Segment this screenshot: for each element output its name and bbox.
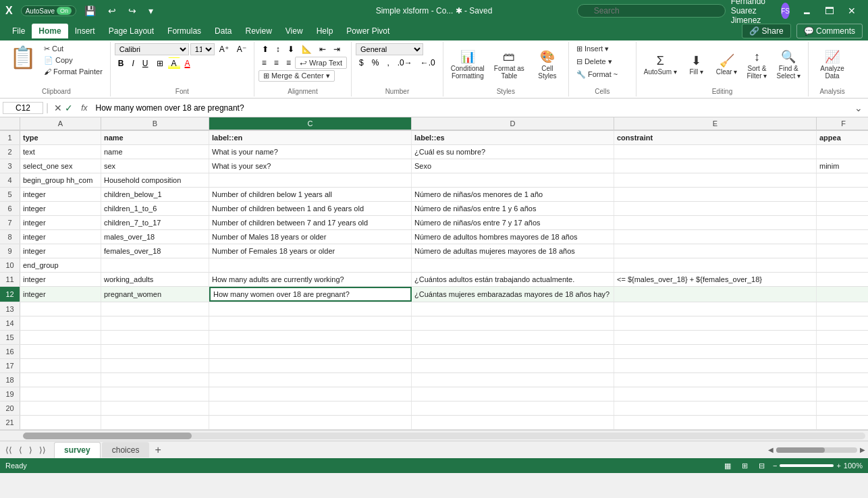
sheet-nav-first-button[interactable]: ⟨⟨	[3, 444, 15, 456]
decrease-font-size-button[interactable]: A⁻	[234, 43, 250, 55]
cell-e15[interactable]	[614, 331, 817, 344]
col-header-e[interactable]: E	[614, 117, 817, 130]
row-num-7[interactable]: 7	[0, 216, 20, 229]
cell-b17[interactable]	[101, 359, 209, 372]
find-select-button[interactable]: 🔍 Find &Select ▾	[773, 48, 804, 82]
formula-cancel-button[interactable]: ✕	[54, 103, 62, 113]
cell-a15[interactable]	[20, 331, 101, 344]
cell-b3[interactable]: sex	[101, 159, 209, 173]
cell-e19[interactable]	[614, 387, 817, 401]
cell-b20[interactable]	[101, 402, 209, 415]
comma-button[interactable]: ,	[383, 57, 392, 69]
cell-a12[interactable]: integer	[20, 287, 101, 302]
insert-cells-button[interactable]: ⊞ Insert ▾	[573, 43, 632, 55]
cell-c13[interactable]	[209, 302, 412, 316]
format-as-table-button[interactable]: 🗃 Format asTable	[491, 48, 528, 82]
align-middle-button[interactable]: ↕	[273, 43, 283, 55]
cell-e17[interactable]	[614, 359, 817, 372]
normal-view-button[interactable]: ▦	[722, 461, 734, 471]
cell-e20[interactable]	[614, 402, 817, 415]
border-button[interactable]: ⊞	[153, 57, 167, 70]
align-top-button[interactable]: ⬆	[259, 43, 272, 55]
cell-c12[interactable]: How many women over 18 are pregnant?	[209, 287, 412, 302]
row-num-21[interactable]: 21	[0, 416, 20, 429]
tab-formulas[interactable]: Formulas	[161, 24, 208, 38]
cell-d16[interactable]	[412, 345, 614, 358]
cell-a10[interactable]: end_group	[20, 258, 101, 272]
clear-button[interactable]: 🧹 Clear ▾	[713, 52, 741, 78]
cell-a19[interactable]	[20, 387, 101, 401]
tab-help[interactable]: Help	[310, 24, 340, 38]
cell-c14[interactable]	[209, 316, 412, 330]
cell-a11[interactable]: integer	[20, 273, 101, 286]
cell-f7[interactable]	[817, 216, 868, 229]
cell-b19[interactable]	[101, 387, 209, 401]
page-layout-view-button[interactable]: ⊞	[739, 461, 751, 471]
cell-f1[interactable]: appea	[817, 131, 868, 144]
scroll-left-button[interactable]: ◀	[768, 446, 774, 453]
maximize-button[interactable]: 🗖	[818, 0, 841, 22]
row-num-9[interactable]: 9	[0, 244, 20, 258]
sort-filter-button[interactable]: ↕ Sort &Filter ▾	[743, 48, 770, 82]
cell-f9[interactable]	[817, 244, 868, 258]
font-name-select[interactable]: Calibri	[115, 43, 189, 55]
cell-a18[interactable]	[20, 373, 101, 387]
row-num-3[interactable]: 3	[0, 159, 20, 173]
cell-e2[interactable]	[614, 145, 817, 159]
align-bottom-button[interactable]: ⬇	[284, 43, 298, 55]
conditional-formatting-button[interactable]: 📊 ConditionalFormatting	[447, 48, 488, 82]
cell-f3[interactable]: minim	[817, 159, 868, 173]
zoom-in-button[interactable]: +	[836, 462, 840, 470]
cell-c9[interactable]: Number of Females 18 years or older	[209, 244, 412, 258]
row-num-11[interactable]: 11	[0, 273, 20, 286]
cell-c3[interactable]: What is your sex?	[209, 159, 412, 173]
cell-f21[interactable]	[817, 416, 868, 429]
cell-f11[interactable]	[817, 273, 868, 286]
cell-b8[interactable]: males_over_18	[101, 230, 209, 244]
cell-d6[interactable]: Número de niñas/os entre 1 y 6 años	[412, 202, 614, 215]
cell-f5[interactable]	[817, 188, 868, 201]
bold-button[interactable]: B	[115, 57, 128, 70]
cell-e16[interactable]	[614, 345, 817, 358]
cell-b21[interactable]	[101, 416, 209, 429]
currency-button[interactable]: $	[356, 57, 367, 69]
row-num-18[interactable]: 18	[0, 373, 20, 387]
cell-c7[interactable]: Number of children between 7 and 17 year…	[209, 216, 412, 229]
row-num-10[interactable]: 10	[0, 258, 20, 272]
cell-e1[interactable]: constraint	[614, 131, 817, 144]
cell-a7[interactable]: integer	[20, 216, 101, 229]
row-num-15[interactable]: 15	[0, 331, 20, 344]
row-num-6[interactable]: 6	[0, 202, 20, 215]
delete-cells-button[interactable]: ⊟ Delete ▾	[573, 56, 632, 67]
format-button[interactable]: 🔧 Format ~	[573, 69, 632, 80]
row-num-20[interactable]: 20	[0, 402, 20, 415]
cell-a14[interactable]	[20, 316, 101, 330]
wrap-text-button[interactable]: ⮐ Wrap Text	[295, 57, 347, 69]
italic-button[interactable]: I	[128, 57, 137, 70]
cell-b15[interactable]	[101, 331, 209, 344]
cell-e21[interactable]	[614, 416, 817, 429]
cell-b2[interactable]: name	[101, 145, 209, 159]
cell-f6[interactable]	[817, 202, 868, 215]
tab-data[interactable]: Data	[208, 24, 238, 38]
cell-a1[interactable]: type	[20, 131, 101, 144]
autosum-button[interactable]: Σ AutoSum ▾	[641, 52, 680, 78]
align-left-button[interactable]: ≡	[259, 57, 270, 69]
merge-center-button[interactable]: ⊞ Merge & Center ▾	[259, 70, 335, 82]
font-size-select[interactable]: 11	[190, 43, 215, 55]
tab-power-pivot[interactable]: Power Pivot	[340, 24, 396, 38]
outdent-button[interactable]: ⇥	[330, 43, 344, 55]
cell-c15[interactable]	[209, 331, 412, 344]
scroll-right-button[interactable]: ▶	[860, 446, 865, 453]
formula-confirm-button[interactable]: ✓	[65, 103, 73, 113]
minimize-button[interactable]: 🗕	[795, 0, 818, 22]
cell-c21[interactable]	[209, 416, 412, 429]
underline-button[interactable]: U	[139, 57, 152, 70]
cell-a3[interactable]: select_one sex	[20, 159, 101, 173]
share-button[interactable]: 🔗 Share	[742, 24, 790, 38]
save-button[interactable]: 💾	[80, 4, 100, 18]
sheet-nav-last-button[interactable]: ⟩⟩	[36, 444, 49, 456]
page-break-view-button[interactable]: ⊟	[756, 461, 767, 471]
add-sheet-button[interactable]: +	[151, 443, 165, 458]
sheet-tab-choices[interactable]: choices	[102, 442, 150, 458]
